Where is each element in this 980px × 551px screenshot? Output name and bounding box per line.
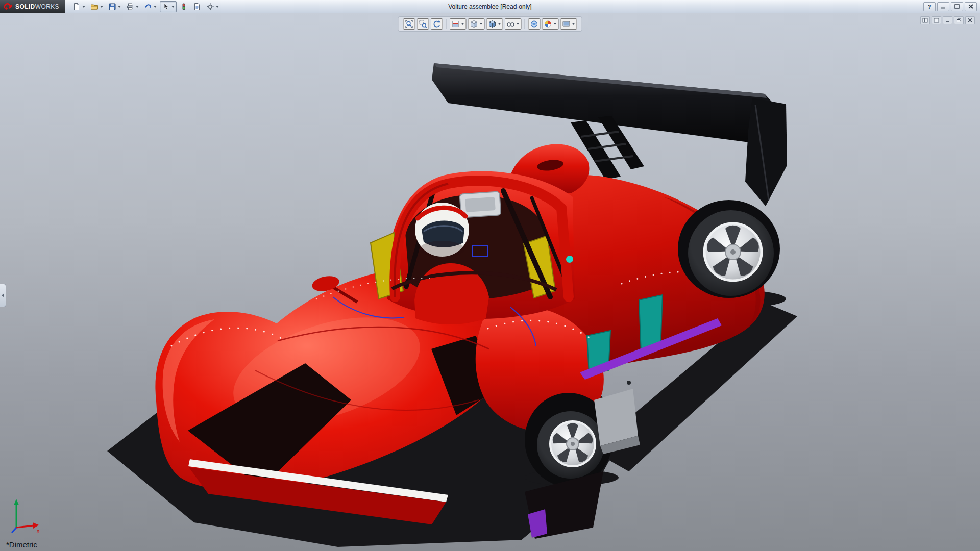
globe-icon	[530, 20, 538, 28]
view-orientation-label: *Dimetric	[6, 540, 37, 549]
dropdown-caret	[172, 6, 175, 8]
graphics-area[interactable]: x *Dimetric	[0, 13, 980, 551]
dropdown-caret	[100, 6, 103, 8]
dropdown-caret	[461, 23, 464, 25]
view-settings-icon	[562, 20, 571, 28]
help-button[interactable]: ?	[923, 2, 936, 11]
solidworks-logo: SOLIDWORKS	[0, 0, 65, 13]
scene-canvas	[0, 13, 980, 551]
help-glyph: ?	[928, 4, 932, 10]
triad-icon: x	[8, 496, 45, 536]
select-cursor-icon	[162, 3, 170, 11]
dropdown-caret	[498, 23, 501, 25]
apply-scene-button[interactable]	[528, 18, 541, 30]
cyan-marker	[566, 256, 573, 263]
rear-right-wheel[interactable]	[678, 200, 780, 298]
zoom-to-area-icon	[419, 20, 427, 28]
pane-icon	[934, 18, 939, 23]
save-icon	[108, 3, 116, 11]
view-pane-right-button[interactable]	[932, 16, 941, 24]
solidworks-window: SOLIDWORKS	[0, 0, 980, 551]
edit-appearance-button[interactable]	[542, 18, 559, 30]
select-button[interactable]	[160, 1, 177, 12]
new-document-icon	[72, 3, 81, 11]
minimize-document-button[interactable]	[943, 16, 952, 24]
previous-view-button[interactable]	[431, 18, 443, 30]
new-document-button[interactable]	[70, 1, 87, 12]
display-style-button[interactable]	[486, 18, 503, 30]
title-bar: SOLIDWORKS	[0, 0, 980, 13]
restore-icon	[956, 18, 962, 23]
toolbar-separator	[525, 19, 525, 29]
view-pane-left-button[interactable]	[920, 16, 930, 24]
file-properties-button[interactable]	[191, 1, 203, 12]
appearance-ball-icon	[544, 20, 552, 28]
axis-x-label: x	[37, 528, 40, 534]
file-properties-icon	[193, 3, 201, 11]
feature-panel-handle[interactable]	[0, 284, 6, 307]
dropdown-caret	[136, 6, 139, 8]
dropdown-caret	[517, 23, 520, 25]
section-view-button[interactable]	[450, 18, 467, 30]
toolbar-separator	[446, 19, 447, 29]
options-gear-icon	[206, 3, 214, 11]
orientation-triad: x	[8, 496, 45, 538]
purple-trim-lower	[528, 509, 547, 538]
rebuild-button[interactable]	[178, 1, 190, 12]
pane-icon	[922, 18, 928, 23]
close-icon	[968, 4, 973, 9]
view-orientation-cube-icon	[470, 20, 478, 28]
rebuild-icon	[180, 3, 188, 11]
glasses-icon	[507, 20, 515, 28]
options-button[interactable]	[204, 1, 221, 12]
display-style-cube-icon	[488, 20, 497, 28]
document-window-controls	[920, 16, 975, 24]
open-button[interactable]	[88, 1, 105, 12]
zoom-to-fit-icon	[405, 20, 413, 28]
view-orientation-button[interactable]	[468, 18, 485, 30]
close-document-button[interactable]	[965, 16, 975, 24]
close-button[interactable]	[965, 2, 977, 11]
previous-view-icon	[433, 20, 441, 28]
sidepod-panel[interactable]	[594, 389, 640, 454]
maximize-button[interactable]	[951, 2, 963, 11]
print-icon	[126, 3, 134, 11]
close-icon	[967, 18, 973, 23]
restore-document-button[interactable]	[954, 16, 964, 24]
hide-show-items-button[interactable]	[505, 18, 522, 30]
undo-button[interactable]	[142, 1, 159, 12]
brand-text: SOLIDWORKS	[15, 3, 59, 10]
maximize-icon	[954, 4, 960, 9]
heads-up-toolbar	[398, 16, 582, 32]
3ds-logo-icon	[3, 2, 12, 11]
minimize-button[interactable]	[937, 2, 949, 11]
dropdown-caret	[154, 6, 157, 8]
dropdown-caret	[118, 6, 121, 8]
quick-access-toolbar	[70, 1, 221, 12]
view-settings-button[interactable]	[560, 18, 577, 30]
minimize-icon	[941, 4, 946, 9]
save-button[interactable]	[106, 1, 123, 12]
minimize-icon	[945, 18, 950, 23]
dropdown-caret	[480, 23, 483, 25]
zoom-to-fit-button[interactable]	[403, 18, 415, 30]
open-folder-icon	[90, 3, 99, 11]
dropdown-caret	[82, 6, 85, 8]
window-controls: ?	[923, 2, 980, 11]
dropdown-caret	[216, 6, 219, 8]
zoom-to-area-button[interactable]	[417, 18, 429, 30]
undo-icon	[144, 3, 152, 11]
dropdown-caret	[554, 23, 557, 25]
chevron-left-icon	[2, 293, 4, 297]
print-button[interactable]	[124, 1, 141, 12]
window-title: Voiture assemblee [Read-only]	[448, 3, 531, 10]
section-view-icon	[452, 20, 460, 28]
dropdown-caret	[572, 23, 575, 25]
